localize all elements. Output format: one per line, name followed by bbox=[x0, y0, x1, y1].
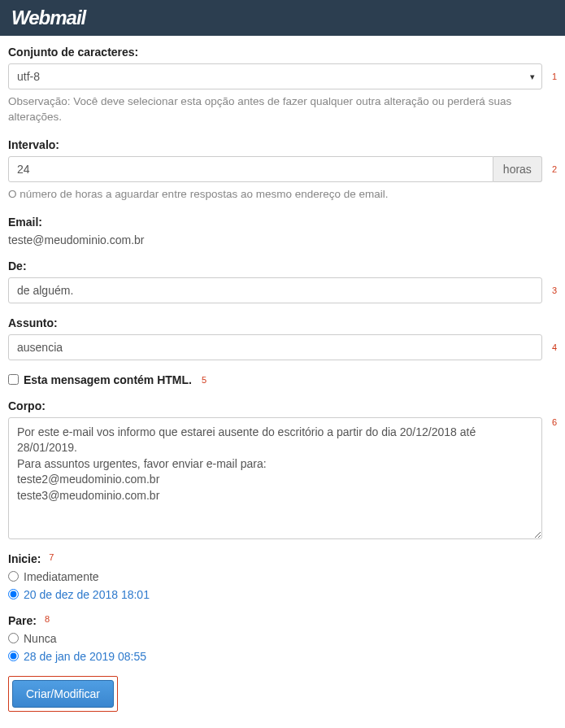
interval-suffix: horas bbox=[493, 156, 542, 182]
charset-footnote: 1 bbox=[552, 72, 557, 81]
body-section: Corpo: 6 bbox=[8, 399, 557, 539]
charset-hint: Observação: Você deve selecionar esta op… bbox=[8, 94, 557, 125]
html-checkbox-section: Esta mensagem contém HTML. 5 bbox=[8, 373, 557, 386]
form-content: Conjunto de caracteres: utf-8 1 Observaç… bbox=[0, 36, 565, 728]
start-option-date[interactable]: 20 de dez de 2018 18:01 bbox=[24, 588, 150, 601]
submit-highlight: Criar/Modificar bbox=[8, 676, 118, 712]
stop-footnote: 8 bbox=[45, 614, 50, 624]
from-section: De: 3 bbox=[8, 259, 557, 303]
submit-section: Criar/Modificar bbox=[8, 676, 557, 712]
body-label: Corpo: bbox=[8, 399, 557, 412]
charset-label: Conjunto de caracteres: bbox=[8, 46, 557, 59]
subject-input[interactable] bbox=[8, 334, 542, 360]
start-section: Inicie: 7 Imediatamente 20 de dez de 201… bbox=[8, 552, 557, 601]
subject-section: Assunto: 4 bbox=[8, 316, 557, 360]
interval-label: Intervalo: bbox=[8, 138, 557, 151]
subject-footnote: 4 bbox=[552, 342, 557, 352]
from-input[interactable] bbox=[8, 277, 542, 303]
html-checkbox-label: Esta mensagem contém HTML. bbox=[24, 373, 192, 386]
email-value: teste@meudominio.com.br bbox=[8, 233, 557, 246]
body-textarea[interactable] bbox=[8, 417, 542, 539]
interval-section: Intervalo: horas 2 O número de horas a a… bbox=[8, 138, 557, 203]
charset-select[interactable]: utf-8 bbox=[8, 63, 542, 89]
submit-button[interactable]: Criar/Modificar bbox=[12, 680, 114, 708]
charset-section: Conjunto de caracteres: utf-8 1 Observaç… bbox=[8, 46, 557, 125]
interval-hint: O número de horas a aguardar entre respo… bbox=[8, 187, 557, 203]
interval-input[interactable] bbox=[8, 156, 493, 182]
start-radio-date[interactable] bbox=[8, 589, 19, 599]
stop-radio-date[interactable] bbox=[8, 651, 19, 661]
email-section: Email: teste@meudominio.com.br bbox=[8, 216, 557, 246]
stop-label: Pare: 8 bbox=[8, 614, 557, 627]
charset-selected-value: utf-8 bbox=[17, 70, 40, 83]
start-option-immediate: Imediatamente bbox=[24, 570, 99, 583]
subject-label: Assunto: bbox=[8, 316, 557, 329]
from-footnote: 3 bbox=[552, 286, 557, 295]
stop-option-date[interactable]: 28 de jan de 2019 08:55 bbox=[24, 650, 146, 663]
interval-footnote: 2 bbox=[552, 164, 557, 174]
start-footnote: 7 bbox=[49, 552, 54, 562]
stop-section: Pare: 8 Nunca 28 de jan de 2019 08:55 bbox=[8, 614, 557, 663]
html-checkbox[interactable] bbox=[8, 374, 19, 385]
email-label: Email: bbox=[8, 216, 557, 229]
body-footnote: 6 bbox=[552, 417, 557, 427]
start-label: Inicie: 7 bbox=[8, 552, 557, 565]
stop-option-never: Nunca bbox=[24, 632, 56, 645]
stop-radio-never[interactable] bbox=[8, 633, 19, 643]
from-label: De: bbox=[8, 259, 557, 272]
app-logo: Webmail bbox=[11, 7, 85, 29]
app-header: Webmail bbox=[0, 0, 565, 36]
start-radio-immediate[interactable] bbox=[8, 571, 19, 582]
html-checkbox-footnote: 5 bbox=[202, 375, 206, 385]
